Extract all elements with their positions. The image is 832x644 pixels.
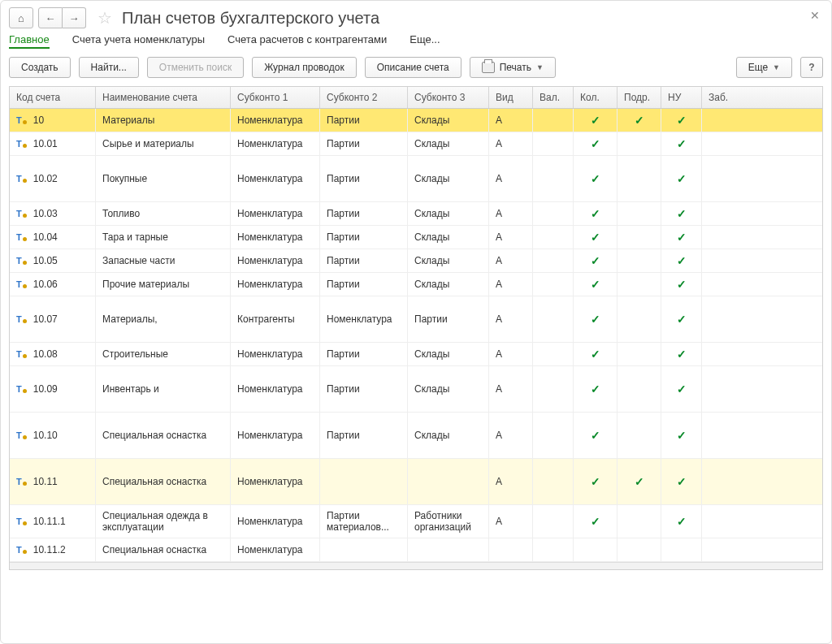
- cell-code: T10.05: [10, 249, 96, 272]
- table-row[interactable]: T10.08СтроительныеНоменклатураПартииСкла…: [10, 343, 822, 366]
- cell-qty: ✓: [574, 132, 618, 155]
- cell-name: Топливо: [96, 202, 231, 225]
- home-button[interactable]: ⌂: [9, 7, 33, 28]
- cell-code: T10.04: [10, 226, 96, 249]
- cell-code: T10: [10, 109, 96, 132]
- table-row[interactable]: T10.04Тара и тарныеНоменклатураПартииСкл…: [10, 226, 822, 249]
- cell-tax: ✓: [661, 226, 702, 249]
- account-icon: T: [16, 477, 27, 486]
- check-icon: ✓: [677, 278, 687, 291]
- printer-icon: [482, 62, 495, 73]
- favorite-star-icon[interactable]: ☆: [98, 8, 112, 28]
- cell-tax: ✓: [661, 109, 702, 132]
- table-row[interactable]: T10.01Сырье и материалыНоменклатураПарти…: [10, 132, 822, 156]
- tab-accounts[interactable]: Счета учета номенклатуры: [72, 33, 205, 49]
- cell-off: [702, 459, 739, 504]
- cell-sub1: Номенклатура: [231, 273, 320, 296]
- account-icon: T: [16, 349, 27, 359]
- check-icon: ✓: [591, 231, 600, 244]
- cell-sub2: Партии: [320, 226, 408, 249]
- cell-sub3: Склады: [408, 273, 489, 296]
- table-row[interactable]: T10.10Специальная оснасткаНоменклатураПа…: [10, 413, 822, 459]
- table-row[interactable]: T10.09Инвентарь иНоменклатураПартииСклад…: [10, 366, 822, 413]
- cell-tax: ✓: [661, 132, 702, 155]
- check-icon: ✓: [635, 114, 644, 127]
- table-row[interactable]: T10.07Материалы,КонтрагентыНоменклатураП…: [10, 296, 822, 343]
- code-text: 10.07: [33, 313, 58, 325]
- check-icon: ✓: [677, 231, 687, 244]
- cell-tax: [661, 538, 702, 561]
- cell-sub1: Номенклатура: [231, 109, 320, 132]
- table-row[interactable]: T10.05Запасные частиНоменклатураПартииСк…: [10, 249, 822, 273]
- cell-type: А: [489, 273, 533, 296]
- cell-name: Специальная оснастка: [96, 413, 231, 458]
- col-dept[interactable]: Подр.: [618, 87, 661, 108]
- cell-name: Прочие материалы: [96, 273, 231, 296]
- col-sub3[interactable]: Субконто 3: [408, 87, 489, 108]
- find-button[interactable]: Найти...: [79, 57, 139, 78]
- tab-settlements[interactable]: Счета расчетов с контрагентами: [228, 33, 387, 49]
- create-button[interactable]: Создать: [9, 57, 71, 78]
- col-sub1[interactable]: Субконто 1: [231, 87, 320, 108]
- cell-sub1: Номенклатура: [231, 226, 320, 249]
- cell-type: А: [489, 202, 533, 225]
- more-button[interactable]: Еще ▼: [736, 57, 792, 78]
- chevron-down-icon: ▼: [536, 63, 544, 71]
- describe-button[interactable]: Описание счета: [365, 57, 462, 78]
- cell-currency: [533, 505, 574, 538]
- cell-tax: ✓: [661, 505, 702, 538]
- col-sub2[interactable]: Субконто 2: [320, 87, 408, 108]
- account-icon: T: [16, 384, 27, 394]
- table-row[interactable]: T10.06Прочие материалыНоменклатураПартии…: [10, 273, 822, 296]
- cell-type: А: [489, 366, 533, 412]
- close-icon[interactable]: ✕: [810, 9, 820, 22]
- cell-type: А: [489, 459, 533, 504]
- print-button[interactable]: Печать ▼: [470, 57, 556, 78]
- cell-code: T10.11.1: [10, 505, 96, 538]
- col-type[interactable]: Вид: [489, 87, 533, 108]
- cell-tax: ✓: [661, 296, 702, 342]
- help-button[interactable]: ?: [800, 57, 823, 78]
- cell-dept: [618, 296, 661, 342]
- cell-currency: [533, 538, 574, 561]
- col-name[interactable]: Наименование счета: [96, 87, 231, 108]
- cell-sub2: Партии: [320, 343, 408, 365]
- account-icon: T: [16, 516, 27, 526]
- col-code[interactable]: Код счета: [10, 87, 96, 108]
- journal-button[interactable]: Журнал проводок: [252, 57, 357, 78]
- page-title: План счетов бухгалтерского учета: [122, 9, 379, 28]
- table-row[interactable]: T10.11Специальная оснасткаНоменклатураА✓…: [10, 459, 822, 505]
- account-icon: T: [16, 430, 27, 440]
- col-off[interactable]: Заб.: [702, 87, 739, 108]
- check-icon: ✓: [635, 475, 644, 488]
- table-row[interactable]: T10.11.1Специальная одежда в эксплуатаци…: [10, 505, 822, 538]
- cell-qty: ✓: [574, 505, 618, 538]
- cell-sub2: [320, 538, 408, 561]
- cell-sub2: Партии материалов...: [320, 505, 408, 538]
- tab-main[interactable]: Главное: [9, 33, 50, 49]
- table-row[interactable]: T10МатериалыНоменклатураПартииСкладыА✓✓✓: [10, 109, 822, 132]
- col-qty[interactable]: Кол.: [574, 87, 618, 108]
- tab-more[interactable]: Еще...: [410, 33, 440, 49]
- cell-name: Специальная оснастка: [96, 459, 231, 504]
- col-tax[interactable]: НУ: [661, 87, 702, 108]
- account-icon: T: [16, 232, 27, 242]
- cell-code: T10.06: [10, 273, 96, 296]
- cell-sub1: Номенклатура: [231, 459, 320, 504]
- cell-sub2: [320, 459, 408, 504]
- cell-dept: [618, 202, 661, 225]
- cell-off: [702, 132, 739, 155]
- cell-dept: [618, 273, 661, 296]
- table-row[interactable]: T10.11.2Специальная оснасткаНоменклатура: [10, 538, 822, 562]
- cell-qty: [574, 538, 618, 561]
- horizontal-scrollbar[interactable]: [10, 562, 822, 569]
- cell-sub1: Номенклатура: [231, 202, 320, 225]
- forward-button[interactable]: →: [63, 7, 86, 28]
- table-row[interactable]: T10.02ПокупныеНоменклатураПартииСкладыА✓…: [10, 156, 822, 202]
- table-row[interactable]: T10.03ТопливоНоменклатураПартииСкладыА✓✓: [10, 202, 822, 226]
- back-button[interactable]: ←: [38, 7, 63, 28]
- cell-name: Материалы,: [96, 296, 231, 342]
- check-icon: ✓: [591, 313, 600, 326]
- cell-sub2: Партии: [320, 132, 408, 155]
- col-currency[interactable]: Вал.: [533, 87, 574, 108]
